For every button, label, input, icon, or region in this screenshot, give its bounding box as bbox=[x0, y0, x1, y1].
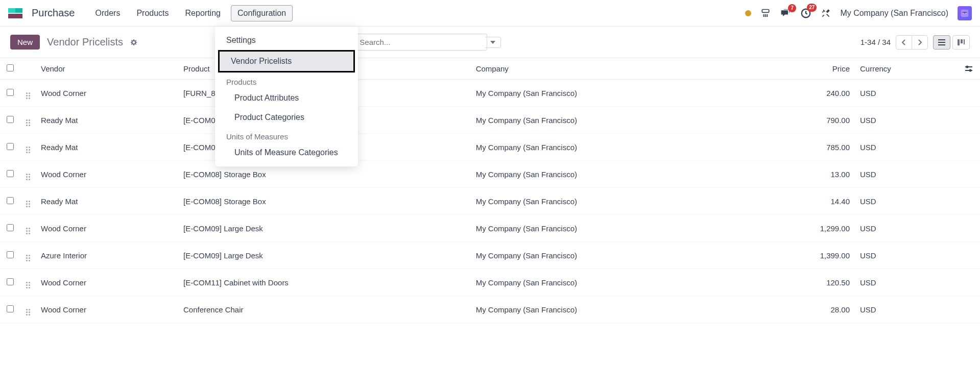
page-title: Vendor Pricelists bbox=[47, 36, 123, 48]
svg-point-0 bbox=[764, 14, 764, 15]
kanban-view-button[interactable] bbox=[952, 35, 970, 50]
company-selector[interactable]: My Company (San Francisco) bbox=[840, 9, 948, 18]
cell-vendor: Wood Corner bbox=[36, 80, 178, 107]
view-switcher bbox=[933, 35, 970, 50]
app-name[interactable]: Purchase bbox=[32, 7, 75, 19]
col-company[interactable]: Company bbox=[471, 58, 754, 80]
optional-columns-icon[interactable] bbox=[965, 65, 975, 72]
table-row[interactable]: Wood Corner [E-COM11] Cabinet with Doors… bbox=[0, 269, 980, 296]
svg-rect-10 bbox=[962, 12, 967, 13]
nav-reporting[interactable]: Reporting bbox=[179, 6, 227, 21]
cell-currency: USD bbox=[855, 296, 960, 323]
dd-uom-categories[interactable]: Units of Measure Categories bbox=[215, 143, 358, 162]
table-row[interactable]: Ready Mat [E-COM07... My Company (San Fr… bbox=[0, 107, 980, 134]
table-row[interactable]: Wood Corner [E-COM08] Storage Box My Com… bbox=[0, 161, 980, 188]
nav-products[interactable]: Products bbox=[130, 6, 175, 21]
svg-rect-11 bbox=[958, 39, 960, 45]
cell-company: My Company (San Francisco) bbox=[471, 242, 754, 269]
drag-handle-icon[interactable] bbox=[26, 147, 30, 153]
gear-icon[interactable] bbox=[130, 39, 137, 46]
pricelist-table: Vendor Product Company Price Currency Wo… bbox=[0, 58, 980, 323]
row-checkbox[interactable] bbox=[7, 224, 14, 231]
cell-company: My Company (San Francisco) bbox=[471, 107, 754, 134]
table-row[interactable]: Wood Corner [E-COM09] Large Desk My Comp… bbox=[0, 215, 980, 242]
row-checkbox[interactable] bbox=[7, 251, 14, 258]
row-checkbox[interactable] bbox=[7, 305, 14, 312]
svg-rect-12 bbox=[961, 39, 963, 43]
select-all-checkbox[interactable] bbox=[7, 64, 14, 71]
pager-next[interactable] bbox=[912, 36, 927, 49]
cell-company: My Company (San Francisco) bbox=[471, 296, 754, 323]
drag-handle-icon[interactable] bbox=[26, 201, 30, 207]
row-checkbox[interactable] bbox=[7, 89, 14, 96]
row-checkbox[interactable] bbox=[7, 170, 14, 177]
cell-vendor: Azure Interior bbox=[36, 242, 178, 269]
col-price[interactable]: Price bbox=[753, 58, 855, 80]
status-indicator[interactable] bbox=[745, 10, 751, 16]
cell-currency: USD bbox=[855, 269, 960, 296]
activities-icon[interactable]: 27 bbox=[800, 8, 811, 19]
svg-point-2 bbox=[767, 14, 768, 15]
subbar-right: 1-34 / 34 bbox=[861, 35, 970, 50]
messages-icon[interactable]: 7 bbox=[780, 8, 791, 18]
cell-vendor: Wood Corner bbox=[36, 215, 178, 242]
cell-company: My Company (San Francisco) bbox=[471, 161, 754, 188]
pager-text[interactable]: 1-34 / 34 bbox=[861, 38, 891, 46]
table-row[interactable]: Ready Mat [E-COM07... My Company (San Fr… bbox=[0, 134, 980, 161]
search-options-toggle[interactable] bbox=[485, 37, 501, 48]
cell-vendor: Wood Corner bbox=[36, 296, 178, 323]
pager-prev[interactable] bbox=[896, 36, 912, 49]
messages-badge: 7 bbox=[788, 4, 796, 12]
dd-product-categories[interactable]: Product Categories bbox=[215, 108, 358, 127]
cell-price: 14.40 bbox=[753, 188, 855, 215]
cell-product: [E-COM09] Large Desk bbox=[178, 215, 471, 242]
cell-price: 13.00 bbox=[753, 161, 855, 188]
topbar-right: 7 27 My Company (San Francisco) bbox=[745, 6, 972, 20]
drag-handle-icon[interactable] bbox=[26, 174, 30, 180]
dd-vendor-pricelists[interactable]: Vendor Pricelists bbox=[218, 50, 355, 72]
phone-icon[interactable] bbox=[760, 8, 771, 18]
table-row[interactable]: Wood Corner [FURN_85... My Company (San … bbox=[0, 80, 980, 107]
cell-product: Conference Chair bbox=[178, 296, 471, 323]
svg-rect-13 bbox=[964, 39, 965, 44]
nav-orders[interactable]: Orders bbox=[89, 6, 127, 21]
row-checkbox[interactable] bbox=[7, 278, 14, 285]
user-avatar[interactable] bbox=[958, 6, 972, 20]
row-checkbox[interactable] bbox=[7, 197, 14, 204]
new-button[interactable]: New bbox=[10, 35, 40, 50]
dd-uom-header: Units of Measures bbox=[215, 127, 358, 143]
cell-price: 785.00 bbox=[753, 134, 855, 161]
cell-product: [E-COM11] Cabinet with Doors bbox=[178, 269, 471, 296]
svg-point-1 bbox=[766, 14, 766, 15]
drag-handle-icon[interactable] bbox=[26, 255, 30, 261]
table-row[interactable]: Azure Interior [E-COM09] Large Desk My C… bbox=[0, 242, 980, 269]
dd-product-attributes[interactable]: Product Attributes bbox=[215, 88, 358, 108]
list-view-button[interactable] bbox=[933, 35, 950, 50]
drag-handle-icon[interactable] bbox=[26, 119, 30, 126]
drag-handle-icon[interactable] bbox=[26, 228, 30, 234]
cell-vendor: Wood Corner bbox=[36, 161, 178, 188]
cell-vendor: Ready Mat bbox=[36, 134, 178, 161]
drag-handle-icon[interactable] bbox=[26, 309, 30, 315]
row-checkbox[interactable] bbox=[7, 143, 14, 150]
col-vendor[interactable]: Vendor bbox=[36, 58, 178, 80]
topbar: Purchase Orders Products Reporting Confi… bbox=[0, 0, 980, 27]
dd-settings[interactable]: Settings bbox=[215, 31, 358, 50]
cell-vendor: Wood Corner bbox=[36, 269, 178, 296]
tools-icon[interactable] bbox=[821, 8, 831, 18]
cell-company: My Company (San Francisco) bbox=[471, 188, 754, 215]
col-currency[interactable]: Currency bbox=[855, 58, 960, 80]
cell-company: My Company (San Francisco) bbox=[471, 80, 754, 107]
cell-product: [E-COM08] Storage Box bbox=[178, 188, 471, 215]
drag-handle-icon[interactable] bbox=[26, 92, 30, 99]
search-input[interactable] bbox=[354, 34, 487, 51]
drag-handle-icon[interactable] bbox=[26, 282, 30, 288]
nav-configuration[interactable]: Configuration bbox=[231, 5, 293, 21]
table-row[interactable]: Ready Mat [E-COM08] Storage Box My Compa… bbox=[0, 188, 980, 215]
table-row[interactable]: Wood Corner Conference Chair My Company … bbox=[0, 296, 980, 323]
app-logo[interactable] bbox=[8, 8, 22, 18]
dd-products-header: Products bbox=[215, 72, 358, 88]
configuration-dropdown: Settings Vendor Pricelists Products Prod… bbox=[215, 27, 358, 166]
row-checkbox[interactable] bbox=[7, 116, 14, 123]
cell-currency: USD bbox=[855, 215, 960, 242]
